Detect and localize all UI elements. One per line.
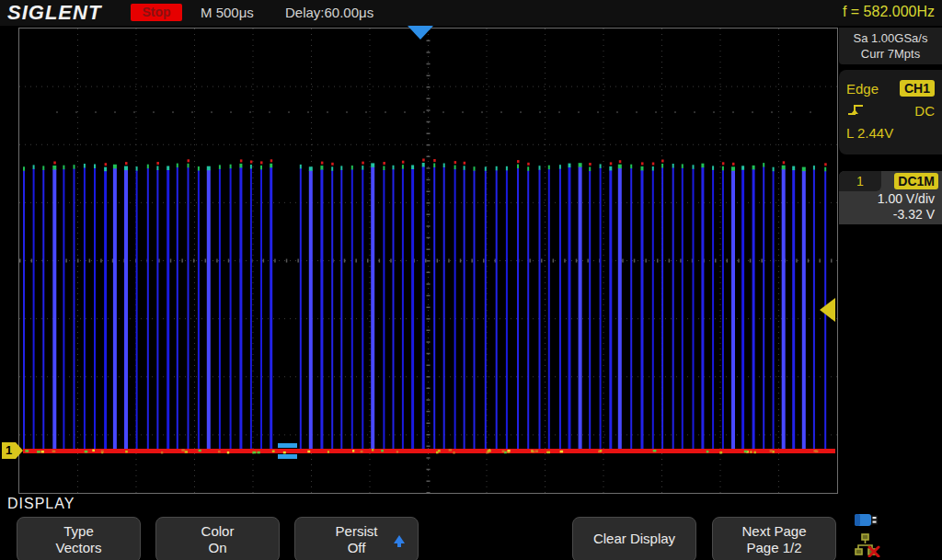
channel-coupling-badge: DC1M — [894, 173, 938, 189]
rising-edge-icon — [846, 101, 868, 120]
channel1-info-box: 1 DC1M 1.00 V/div -3.32 V — [839, 171, 942, 224]
sample-rate-readout: Sa 1.00GSa/s — [839, 30, 942, 46]
trigger-coupling-label: DC — [914, 103, 935, 119]
waveform-display — [18, 28, 838, 494]
trigger-level-icon — [820, 298, 835, 322]
softkey-value: Page 1/2 — [713, 540, 835, 556]
trigger-level-readout: L 2.44V — [846, 125, 935, 141]
timebase-readout: M 500μs — [201, 5, 254, 20]
brand-logo: SIGLENT — [7, 1, 101, 25]
softkey-type[interactable]: Type Vectors — [17, 517, 141, 560]
acquisition-info-box: Sa 1.00GSa/s Curr 7Mpts — [839, 28, 942, 64]
channel-scale-readout: 1.00 V/div — [839, 191, 935, 207]
trigger-position-icon — [408, 26, 433, 40]
delay-readout: Delay:60.00μs — [285, 5, 373, 20]
frequency-counter: f = 582.000Hz — [843, 4, 935, 20]
channel1-offset-marker: 1 — [2, 442, 16, 459]
top-status-bar: SIGLENT Stop M 500μs Delay:60.00μs f = 5… — [0, 0, 942, 26]
channel-offset-readout: -3.32 V — [839, 207, 935, 223]
waveform-canvas — [19, 29, 837, 493]
trigger-source-badge: CH1 — [900, 80, 935, 97]
softkey-label: Color — [156, 523, 279, 540]
softkey-clear-display[interactable]: Clear Display — [572, 517, 696, 560]
memory-depth-readout: Curr 7Mpts — [839, 46, 942, 62]
lan-disconnected-icon — [854, 533, 909, 560]
softkey-persist[interactable]: Persist Off — [294, 517, 419, 560]
softkey-next-page[interactable]: Next Page Page 1/2 — [712, 517, 836, 560]
menu-title: DISPLAY — [7, 496, 75, 512]
run-state-badge: Stop — [131, 4, 182, 21]
trigger-type-label: Edge — [846, 81, 879, 97]
trigger-info-box: Edge CH1 DC L 2.44V — [839, 70, 942, 154]
popup-arrow-icon — [394, 535, 405, 543]
softkey-label: Next Page — [713, 523, 835, 540]
channel-number-tab: 1 — [839, 171, 881, 191]
softkey-value: On — [156, 540, 279, 556]
softkey-value: Vectors — [17, 540, 140, 556]
softkey-label: Clear Display — [573, 531, 695, 547]
usb-icon — [854, 515, 879, 531]
softkey-color[interactable]: Color On — [155, 517, 280, 560]
softkey-label: Type — [17, 523, 140, 540]
